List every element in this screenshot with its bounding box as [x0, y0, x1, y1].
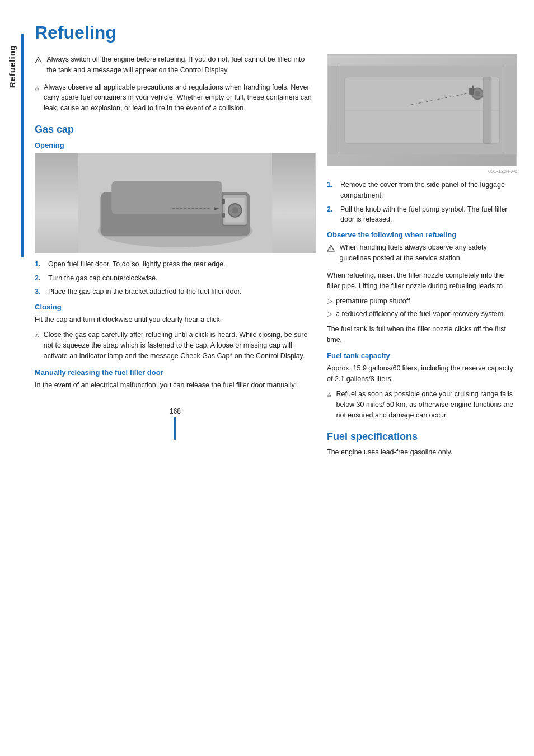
page-number-bar	[174, 417, 176, 440]
sidebar-label: Refueling	[7, 45, 17, 88]
opening-step-1: 1. Open fuel filler door. To do so, ligh…	[35, 259, 316, 270]
fuel-spec-heading: Fuel specifications	[327, 431, 517, 443]
fuel-capacity-warning-block: ! Refuel as soon as possible once your c…	[327, 389, 517, 420]
warning-text-1: Always switch off the engine before refu…	[46, 54, 316, 76]
opening-step-3: 3. Place the gas cap in the bracket atta…	[35, 287, 316, 297]
main-content: Refueling ! Always switch off the engine…	[24, 0, 534, 756]
svg-text:!: !	[36, 335, 37, 337]
fuel-spec-text: The engine uses lead-free gasoline only.	[327, 447, 517, 458]
warning-icon-fuel-capacity: !	[327, 389, 331, 401]
observe-full-text: The fuel tank is full when the filler no…	[327, 324, 517, 346]
svg-text:!: !	[36, 87, 37, 90]
closing-warning-block: ! Close the gas cap carefully after refu…	[35, 330, 316, 361]
warning-icon-2: !	[35, 82, 39, 95]
svg-point-11	[232, 207, 238, 214]
top-two-col: ! Always switch off the engine before re…	[35, 54, 517, 462]
page-number-container: 168	[35, 407, 316, 415]
gas-cap-heading: Gas cap	[35, 124, 316, 135]
observe-warning-block: ! When handling fuels always observe any…	[327, 242, 517, 264]
warning-icon-closing: !	[35, 330, 39, 342]
image-credit: 001-1234-A0	[327, 168, 517, 174]
right-car-image	[327, 54, 517, 166]
warning-block-2: ! Always observe all applicable precauti…	[35, 82, 316, 114]
observe-bullets-list: ▷ premature pump shutoff ▷ a reduced eff…	[327, 296, 517, 320]
closing-text: Fit the cap and turn it clockwise until …	[35, 314, 316, 325]
manual-release-text: In the event of an electrical malfunctio…	[35, 380, 316, 391]
svg-point-25	[475, 91, 480, 96]
fuel-capacity-warning-text: Refuel as soon as possible once your cru…	[336, 389, 517, 420]
observe-bullet-2: ▷ a reduced efficiency of the fuel-vapor…	[327, 309, 517, 320]
fuel-tank-text: Approx. 15.9 gallons/60 liters, includin…	[327, 363, 517, 385]
warning-icon-observe: !	[327, 242, 335, 255]
svg-text:!: !	[330, 247, 331, 251]
right-car-image-svg	[327, 55, 517, 166]
left-column: ! Always switch off the engine before re…	[35, 54, 316, 462]
svg-rect-7	[111, 181, 222, 214]
opening-steps-list: 1. Open fuel filler door. To do so, ligh…	[35, 259, 316, 297]
manual-release-heading: Manually releasing the fuel filler door	[35, 368, 316, 377]
page-number: 168	[170, 407, 181, 415]
warning-icon-1: !	[35, 54, 42, 67]
right-steps-list: 1. Remove the cover from the side panel …	[327, 180, 517, 225]
observe-warning-text: When handling fuels always observe any s…	[339, 242, 517, 264]
observe-heading: Observe the following when refueling	[327, 231, 517, 239]
warning-text-2: Always observe all applicable precaution…	[44, 82, 316, 114]
svg-rect-27	[472, 85, 474, 90]
opening-step-2: 2. Turn the gas cap counterclockwise.	[35, 273, 316, 284]
closing-heading: Closing	[35, 303, 316, 311]
warning-block-1: ! Always switch off the engine before re…	[35, 54, 316, 76]
svg-text:!: !	[329, 394, 330, 397]
observe-text: When refueling, insert the filler nozzle…	[327, 270, 517, 292]
blue-accent-bar	[21, 34, 24, 257]
page-title: Refueling	[35, 22, 517, 43]
bullet-arrow-2: ▷	[327, 309, 332, 320]
svg-rect-12	[222, 199, 225, 204]
svg-rect-29	[483, 77, 491, 144]
closing-warning-text: Close the gas cap carefully after refuel…	[44, 330, 316, 361]
opening-heading: Opening	[35, 141, 316, 149]
sidebar-tab: Refueling	[0, 0, 24, 756]
opening-image	[35, 153, 316, 253]
opening-image-svg	[35, 153, 315, 253]
observe-bullet-1: ▷ premature pump shutoff	[327, 296, 517, 307]
svg-text:!: !	[38, 59, 39, 63]
svg-rect-13	[222, 213, 225, 218]
right-step-2: 2. Pull the knob with the fuel pump symb…	[327, 204, 517, 226]
right-column: 001-1234-A0 1. Remove the cover from the…	[327, 54, 517, 462]
bullet-arrow-1: ▷	[327, 296, 332, 307]
right-step-1: 1. Remove the cover from the side panel …	[327, 180, 517, 201]
fuel-tank-heading: Fuel tank capacity	[327, 351, 517, 360]
